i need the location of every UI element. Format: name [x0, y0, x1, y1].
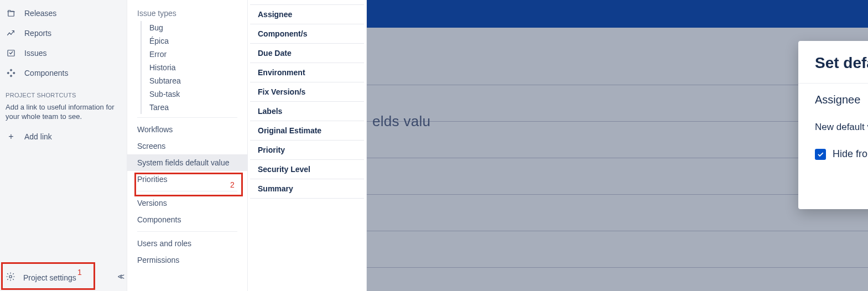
- project-settings-label: Project settings: [23, 273, 76, 282]
- new-default-value-label: New default value:: [815, 122, 868, 133]
- svg-point-1: [9, 276, 12, 278]
- settings-sidebar: Issue types Bug Épica Error Historia Sub…: [127, 0, 248, 291]
- field-components[interactable]: Component/s: [250, 24, 364, 44]
- components-icon: [6, 67, 17, 79]
- annotation-number-2: 2: [230, 180, 235, 189]
- settings-screens[interactable]: Screens: [127, 138, 247, 154]
- field-fixversions[interactable]: Fix Version/s: [250, 82, 364, 102]
- top-nav-bar: [367, 0, 868, 28]
- add-link-button[interactable]: + Add link: [0, 127, 127, 146]
- issue-types-label: Issue types: [127, 2, 247, 21]
- collapse-sidebar-button[interactable]: <<: [118, 272, 122, 281]
- shortcuts-section-label: PROJECT SHORTCUTS: [0, 83, 127, 101]
- hide-from-create-label: Hide from create screen: [833, 148, 868, 160]
- issue-type-bug[interactable]: Bug: [142, 21, 247, 34]
- field-labels[interactable]: Labels: [250, 102, 364, 121]
- project-settings-button[interactable]: Project settings: [0, 264, 127, 291]
- sidebar-item-releases[interactable]: Releases: [0, 3, 127, 23]
- settings-workflows[interactable]: Workflows: [127, 121, 247, 138]
- sidebar-item-label: Reports: [24, 29, 51, 38]
- modal-title: Set default value: [815, 54, 868, 72]
- add-link-label: Add link: [24, 132, 52, 141]
- sidebar-item-issues[interactable]: Issues: [0, 43, 127, 63]
- field-originalestimate[interactable]: Original Estimate: [250, 121, 364, 141]
- project-sidebar: Releases Reports Issues Components: [0, 0, 127, 291]
- settings-components[interactable]: Components: [127, 211, 247, 228]
- sidebar-item-components[interactable]: Components: [0, 63, 127, 83]
- field-priority[interactable]: Priority: [250, 141, 364, 160]
- field-assignee[interactable]: Assignee: [250, 4, 364, 24]
- sidebar-item-reports[interactable]: Reports: [0, 23, 127, 43]
- issue-type-tarea[interactable]: Tarea: [142, 101, 247, 114]
- reports-icon: [6, 28, 17, 39]
- field-environment[interactable]: Environment: [250, 63, 364, 82]
- sidebar-item-label: Components: [24, 69, 68, 77]
- plus-icon: +: [6, 132, 17, 142]
- shortcuts-help-text: Add a link to useful information for you…: [0, 101, 127, 127]
- field-securitylevel[interactable]: Security Level: [250, 160, 364, 179]
- secondary-bar: [367, 28, 868, 83]
- issue-type-historia[interactable]: Historia: [142, 61, 247, 74]
- main-area: elds valu e Set default value Assignee N…: [367, 0, 868, 291]
- issue-type-error[interactable]: Error: [142, 48, 247, 61]
- issues-icon: [6, 48, 17, 59]
- settings-versions[interactable]: Versions: [127, 195, 247, 211]
- field-summary[interactable]: Summary: [250, 179, 364, 199]
- sidebar-item-label: Releases: [24, 9, 56, 18]
- settings-users-roles[interactable]: Users and roles: [127, 235, 247, 252]
- gear-icon: [6, 272, 15, 283]
- settings-system-fields-default[interactable]: System fields default value: [127, 154, 247, 171]
- fields-column: Assignee Component/s Due Date Environmen…: [248, 0, 367, 291]
- set-default-value-modal: Set default value Assignee New default v…: [798, 41, 868, 209]
- page-title-partial: elds valu: [372, 113, 430, 130]
- issue-type-subtask[interactable]: Sub-task: [142, 87, 247, 101]
- issue-type-epica[interactable]: Épica: [142, 34, 247, 48]
- settings-permissions[interactable]: Permissions: [127, 252, 247, 268]
- sidebar-item-label: Issues: [24, 49, 46, 58]
- issue-type-subtarea[interactable]: Subtarea: [142, 74, 247, 87]
- modal-field-label: Assignee: [815, 93, 868, 106]
- releases-icon: [6, 8, 17, 19]
- background-table-rows: [367, 85, 868, 291]
- field-duedate[interactable]: Due Date: [250, 44, 364, 63]
- hide-from-create-checkbox[interactable]: [815, 149, 826, 160]
- settings-priorities[interactable]: Priorities: [127, 171, 247, 188]
